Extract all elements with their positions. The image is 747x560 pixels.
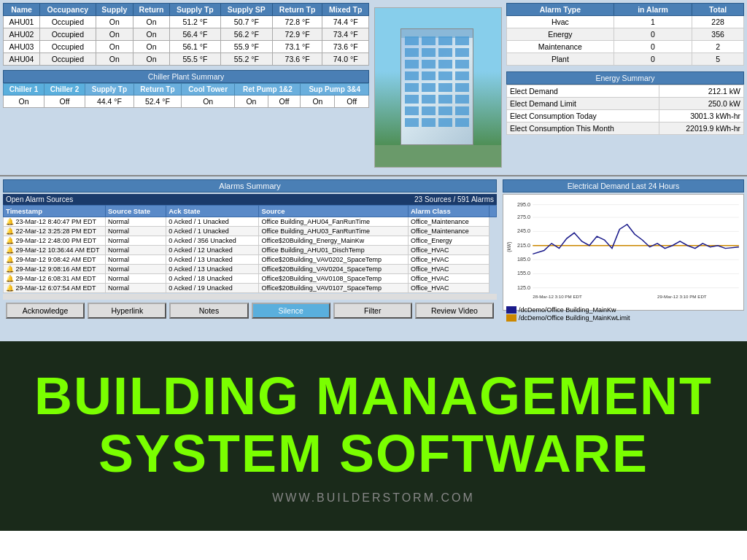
ch-val7b: Off [335,96,369,108]
chiller-table: Chiller 1 Chiller 2 Supply Tp Return Tp … [3,83,369,108]
ahu-col-supply: Supply [96,4,133,16]
alarm-row-icon-cell: 🔔 29-Mar-12 10:36:44 AM EDT [4,246,106,255]
ahu-cell: On [133,53,170,66]
alarm-cell: 0 Acked / 13 Unacked [166,255,259,265]
alarm-cell: Office$20Building_VAV0107_SpaceTemp [259,284,409,293]
ahu-cell: 55.2 °F [220,53,272,66]
alarm-scrollbar[interactable] [3,294,497,300]
ahu-cell: 55.9 °F [220,41,272,53]
alarm-table-row[interactable]: 🔔 29-Mar-12 9:08:16 AM EDTNormal0 Acked … [4,265,497,274]
ahu-cell: On [96,53,133,66]
legend-label-mainkw: /dcDemo/Office Building_MainKw [519,306,616,314]
alarm-cell: Office Building_AHU03_FanRunTime [259,227,409,236]
bottom-banner: BUILDING MANAGEMENT SYSTEM SOFTWARE WWW.… [0,341,747,531]
alarm-cell: 0 Acked / 1 Unacked [166,217,259,227]
alarm-table-row[interactable]: 🔔 29-Mar-12 2:48:00 PM EDTNormal0 Acked … [4,236,497,246]
alarm-cell: Normal [106,255,166,265]
ahu-table-row: AHU01OccupiedOnOn51.2 °F50.7 °F72.8 °F74… [4,16,369,28]
energy-cell: 3001.3 kWh-hr [659,110,744,122]
alarm-cell: 0 Acked / 13 Unacked [166,265,259,274]
alarm-cell: Office_Maintenance [408,217,489,227]
chiller-title: Chiller Plant Summary [3,70,369,83]
legend-color-limit [506,314,516,322]
energy-cell: 212.1 kW [659,85,744,98]
ahu-cell: Occupied [40,53,96,66]
notes-button[interactable]: Notes [169,303,248,319]
chart-legend: /dcDemo/Office Building_MainKw /dcDemo/O… [506,306,740,322]
ch-val6a: On [235,96,268,108]
alarm-row-icon-cell: 🔔 29-Mar-12 2:48:00 PM EDT [4,236,106,246]
ahu-cell: 73.6 °F [322,41,369,53]
ahu-cell: AHU03 [4,41,40,53]
ahu-col-return: Return [133,4,170,16]
alarm-cell: Normal [106,217,166,227]
alarm-table-row[interactable]: 🔔 22-Mar-12 3:25:28 PM EDTNormal0 Acked … [4,227,497,236]
chart-title: Electrical Demand Last 24 Hours [503,179,744,192]
alarm-count-label: 23 Sources / 591 Alarms [414,195,494,203]
banner-title: BUILDING MANAGEMENT SYSTEM SOFTWARE [34,368,713,483]
ch-col5: Cool Tower [182,84,235,96]
hyperlink-button[interactable]: Hyperlink [88,303,166,319]
alarm-cell: Normal [106,284,166,293]
chart-panel: Electrical Demand Last 24 Hours 295.0 27… [500,176,747,341]
ch-val4: 52.4 °F [133,96,181,108]
alarm-cell: Office_Energy [408,236,489,246]
ch-col4: Return Tp [133,84,181,96]
ch-col2: Chiller 2 [44,84,85,96]
svg-text:215.0: 215.0 [517,243,530,248]
chart-area: 295.0 275.0 245.0 215.0 185.0 155.0 125.… [503,194,744,311]
silence-button[interactable]: Silence [252,303,330,319]
ahu-cell: Occupied [40,41,96,53]
alarm-cell: Office$20Building_VAV0202_SpaceTemp [259,255,409,265]
alarm-cell: Office$20Building_VAV0204_SpaceTemp [259,265,409,274]
ahu-cell: 74.0 °F [322,53,369,66]
alarm-table-row[interactable]: 🔔 23-Mar-12 8:40:47 PM EDTNormal0 Acked … [4,217,497,227]
ahu-table: Name Occupancy Supply Return Supply Tp S… [3,3,369,66]
ahu-cell: On [133,16,170,28]
alarm-col-ack: Ack State [166,206,259,217]
acknowledge-button[interactable]: Acknowledge [6,303,85,319]
building-image-panel [372,0,503,175]
alarm-table-row[interactable]: 🔔 29-Mar-12 6:07:54 AM EDTNormal0 Acked … [4,284,497,293]
alarms-header-bar: Open Alarm Sources 23 Sources / 591 Alar… [3,194,497,205]
ahu-cell: AHU04 [4,53,40,66]
svg-text:185.0: 185.0 [517,257,530,262]
electrical-demand-chart: 295.0 275.0 245.0 215.0 185.0 155.0 125.… [506,198,740,303]
energy-cell: 250.0 kW [659,98,744,110]
ch-col7: Sup Pump 3&4 [301,84,369,96]
building-body [400,28,473,145]
ahu-cell: 56.1 °F [170,41,221,53]
alarm-cell: Office_Maintenance [408,227,489,236]
alarm-cell: 0 Acked / 1 Unacked [166,227,259,236]
banner-url: WWW.BUILDERSTORM.COM [272,491,474,505]
energy-cell: 22019.9 kWh-hr [659,122,744,135]
alarm-type-cell: 356 [692,28,744,41]
legend-label-limit: /dcDemo/Office Building_MainKwLimit [519,314,630,322]
ahu-cell: 74.4 °F [322,16,369,28]
review-video-button[interactable]: Review Video [415,303,494,319]
ahu-col-name: Name [4,4,40,16]
alarm-type-row: Maintenance02 [507,41,744,53]
ahu-table-row: AHU04OccupiedOnOn55.5 °F55.2 °F73.6 °F74… [4,53,369,66]
alarms-title: Alarms Summary [3,179,497,192]
legend-item-mainkw: /dcDemo/Office Building_MainKw [506,306,740,314]
svg-text:295.0: 295.0 [517,202,530,207]
ch-val3: 44.4 °F [85,96,134,108]
alarm-table-row[interactable]: 🔔 29-Mar-12 6:08:31 AM EDTNormal0 Acked … [4,274,497,284]
alarm-cell: Office Building_AHU01_DischTemp [259,246,409,255]
ch-col1: Chiller 1 [4,84,44,96]
alarm-table-row[interactable]: 🔔 29-Mar-12 9:08:42 AM EDTNormal0 Acked … [4,255,497,265]
ch-val6b: Off [268,96,301,108]
ch-val1: On [4,96,44,108]
alarm-type-cell: Plant [507,53,614,66]
ahu-cell: 72.8 °F [272,16,322,28]
alarm-type-cell: 0 [614,28,692,41]
ahu-cell: 72.9 °F [272,28,322,41]
ahu-cell: 51.2 °F [170,16,221,28]
filter-button[interactable]: Filter [333,303,412,319]
alarm-cell: Normal [106,274,166,284]
alarm-cell: Office_HVAC [408,255,489,265]
ch-val7a: On [301,96,335,108]
alarm-table-row[interactable]: 🔔 29-Mar-12 10:36:44 AM EDTNormal0 Acked… [4,246,497,255]
alarm-cell: Normal [106,227,166,236]
